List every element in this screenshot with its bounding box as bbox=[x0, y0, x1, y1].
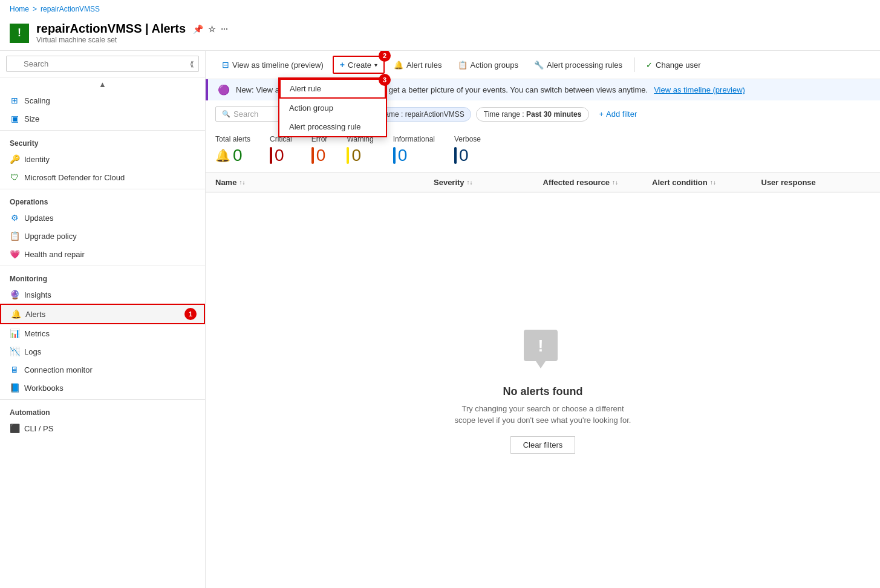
sidebar-collapse-icon[interactable]: ⟪ bbox=[190, 60, 194, 68]
condition-sort-icon: ↑↓ bbox=[710, 179, 716, 186]
warning-bar bbox=[347, 147, 349, 164]
sidebar-label-logs: Logs bbox=[24, 347, 41, 356]
th-user-response[interactable]: User response bbox=[761, 178, 871, 187]
count-informational[interactable]: Informational 0 bbox=[393, 135, 435, 165]
star-icon[interactable]: ☆ bbox=[208, 24, 216, 34]
affected-sort-icon: ↑↓ bbox=[612, 179, 618, 186]
empty-icon-svg: ! bbox=[519, 327, 567, 376]
page-subtitle: Virtual machine scale set bbox=[36, 36, 228, 44]
sidebar-item-scaling[interactable]: ⊞ Scaling bbox=[0, 91, 205, 109]
th-alert-condition[interactable]: Alert condition ↑↓ bbox=[652, 178, 761, 187]
change-user-button[interactable]: ✓ Change user bbox=[639, 57, 707, 73]
add-filter-icon: + bbox=[599, 109, 604, 119]
metrics-icon: 📊 bbox=[10, 328, 19, 338]
time-range-label: Time range : bbox=[484, 110, 524, 119]
th-name[interactable]: Name ↑↓ bbox=[215, 178, 434, 187]
sidebar-label-metrics: Metrics bbox=[24, 329, 50, 338]
breadcrumb: Home > repairActionVMSS bbox=[0, 0, 880, 18]
sidebar-item-upgrade-policy[interactable]: 📋 Upgrade policy bbox=[0, 227, 205, 245]
action-groups-button[interactable]: 📋 Action groups bbox=[451, 57, 526, 73]
sidebar-label-updates: Updates bbox=[24, 214, 53, 223]
sidebar-label-scaling: Scaling bbox=[24, 96, 50, 105]
breadcrumb-home[interactable]: Home bbox=[10, 5, 29, 13]
sidebar-item-cli-ps[interactable]: ⬛ CLI / PS bbox=[0, 419, 205, 437]
page-header: ! repairActionVMSS | Alerts 📌 ☆ ··· Virt… bbox=[0, 18, 880, 51]
sidebar-scroll: ▲ ⊞ Scaling ▣ Size Security 🔑 Identity bbox=[0, 77, 205, 588]
pin-icon[interactable]: 📌 bbox=[193, 24, 203, 34]
sidebar-item-identity[interactable]: 🔑 Identity bbox=[0, 150, 205, 168]
action-groups-label: Action groups bbox=[471, 60, 519, 70]
count-error[interactable]: Error 0 bbox=[311, 135, 328, 165]
sidebar-label-upgrade-policy: Upgrade policy bbox=[24, 232, 77, 241]
sidebar-label-size: Size bbox=[24, 114, 39, 123]
view-timeline-button[interactable]: ⊟ View as timeline (preview) bbox=[215, 56, 330, 73]
alerts-icon: 🔔 bbox=[11, 309, 21, 319]
more-icon[interactable]: ··· bbox=[221, 24, 228, 34]
cli-icon: ⬛ bbox=[10, 423, 19, 433]
create-button[interactable]: + Create ▾ bbox=[333, 56, 385, 74]
alert-rules-label: Alert rules bbox=[406, 60, 442, 70]
th-response-label: User response bbox=[761, 178, 816, 187]
info-banner-link[interactable]: View as timeline (preview) bbox=[654, 85, 745, 94]
dropdown-alert-processing-rule[interactable]: Alert processing rule bbox=[279, 117, 386, 136]
sidebar-item-metrics[interactable]: 📊 Metrics bbox=[0, 324, 205, 342]
dropdown-action-group[interactable]: Action group bbox=[279, 99, 386, 117]
count-critical[interactable]: Critical 0 bbox=[270, 135, 292, 165]
svg-text:!: ! bbox=[538, 336, 543, 355]
scaling-icon: ⊞ bbox=[10, 96, 19, 105]
count-warning-value: 0 bbox=[351, 146, 361, 165]
section-header-security: Security bbox=[0, 133, 205, 150]
identity-icon: 🔑 bbox=[10, 154, 19, 164]
th-severity[interactable]: Severity ↑↓ bbox=[434, 178, 543, 187]
toolbar: ⊟ View as timeline (preview) + Create ▾ … bbox=[206, 51, 880, 79]
dropdown-alert-rule[interactable]: Alert rule 3 bbox=[279, 79, 386, 99]
count-warning[interactable]: Warning 0 bbox=[347, 135, 373, 165]
sidebar-item-defender[interactable]: 🛡 Microsoft Defender for Cloud bbox=[0, 168, 205, 186]
alert-processing-rules-button[interactable]: 🔧 Alert processing rules bbox=[527, 57, 629, 73]
create-label: Create bbox=[348, 60, 371, 70]
th-condition-label: Alert condition bbox=[652, 178, 708, 187]
updates-icon: ⚙ bbox=[10, 213, 19, 223]
breadcrumb-separator: > bbox=[33, 5, 37, 13]
workbooks-icon: 📘 bbox=[10, 383, 19, 393]
toolbar-divider bbox=[634, 57, 634, 72]
th-affected-resource[interactable]: Affected resource ↑↓ bbox=[543, 178, 653, 187]
create-plus-icon: + bbox=[340, 60, 345, 70]
sidebar-item-updates[interactable]: ⚙ Updates bbox=[0, 209, 205, 227]
sidebar-item-connection-monitor[interactable]: 🖥 Connection monitor bbox=[0, 361, 205, 379]
count-verbose[interactable]: Verbose 0 bbox=[454, 135, 481, 165]
sidebar-item-size[interactable]: ▣ Size bbox=[0, 109, 205, 128]
sidebar-item-alerts[interactable]: 🔔 Alerts 1 bbox=[0, 304, 205, 324]
step1-badge: 1 bbox=[184, 308, 197, 320]
severity-sort-icon: ↑↓ bbox=[467, 179, 473, 186]
alert-rules-button[interactable]: 🔔 Alert rules bbox=[387, 57, 449, 73]
dropdown-action-group-label: Action group bbox=[289, 103, 333, 113]
view-timeline-label: View as timeline (preview) bbox=[232, 60, 324, 70]
section-header-operations: Operations bbox=[0, 192, 205, 209]
create-dropdown: Alert rule 3 Action group Alert processi… bbox=[278, 77, 387, 137]
dropdown-alert-rule-label: Alert rule bbox=[290, 84, 321, 93]
table-header: Name ↑↓ Severity ↑↓ Affected resource ↑↓… bbox=[206, 173, 880, 192]
scroll-up-button[interactable]: ▲ bbox=[0, 77, 205, 91]
empty-state-icon: ! bbox=[519, 327, 567, 376]
empty-state-title: No alerts found bbox=[503, 385, 582, 398]
breadcrumb-current[interactable]: repairActionVMSS bbox=[41, 5, 100, 13]
empty-state: ! No alerts found Try changing your sear… bbox=[206, 192, 880, 588]
clear-filters-button[interactable]: Clear filters bbox=[510, 436, 576, 454]
error-bar bbox=[311, 147, 314, 164]
count-informational-value: 0 bbox=[398, 146, 408, 165]
sidebar-item-workbooks[interactable]: 📘 Workbooks bbox=[0, 379, 205, 397]
insights-icon: 🔮 bbox=[10, 290, 19, 299]
sidebar-item-insights[interactable]: 🔮 Insights bbox=[0, 286, 205, 304]
add-filter-button[interactable]: + Add filter bbox=[594, 107, 642, 121]
name-sort-icon: ↑↓ bbox=[239, 179, 245, 186]
sidebar-label-connection-monitor: Connection monitor bbox=[24, 365, 93, 374]
time-range-filter[interactable]: Time range : Past 30 minutes bbox=[476, 107, 590, 122]
count-total[interactable]: Total alerts 🔔 0 bbox=[215, 135, 250, 165]
sidebar-item-logs[interactable]: 📉 Logs bbox=[0, 342, 205, 361]
svg-marker-2 bbox=[536, 361, 546, 368]
sidebar-search-input[interactable] bbox=[6, 56, 199, 72]
health-icon: 💗 bbox=[10, 249, 19, 259]
informational-bar bbox=[393, 147, 396, 164]
sidebar-item-health[interactable]: 💗 Health and repair bbox=[0, 245, 205, 263]
